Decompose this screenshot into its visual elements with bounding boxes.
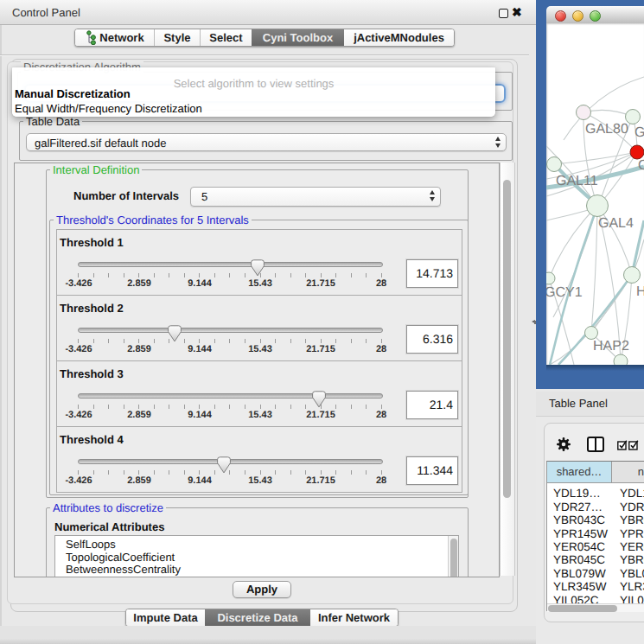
- svg-text:GAL11: GAL11: [556, 174, 598, 188]
- svg-text:GCY1: GCY1: [546, 285, 583, 300]
- svg-text:C: C: [638, 158, 644, 173]
- svg-text:GAL4: GAL4: [598, 216, 634, 231]
- svg-text:GAL80: GAL80: [585, 122, 628, 137]
- svg-text:H: H: [636, 284, 644, 299]
- svg-text:HAP2: HAP2: [593, 339, 629, 354]
- svg-text:GA: GA: [634, 125, 644, 140]
